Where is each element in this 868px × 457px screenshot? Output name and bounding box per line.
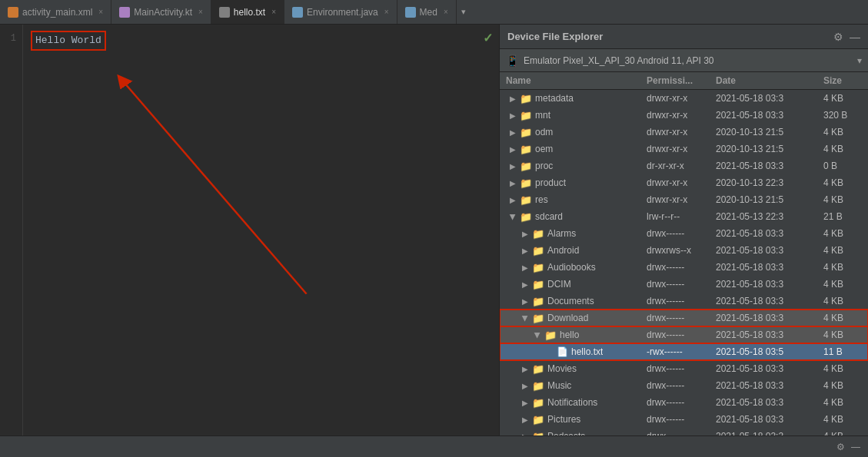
tab-activity-main[interactable]: activity_main.xml × [0, 0, 111, 24]
folder-icon: 📁 [532, 228, 544, 240]
expand-arrow-icon[interactable]: ▶ [521, 416, 529, 424]
expand-arrow-icon[interactable]: ▶ [509, 179, 517, 187]
file-name-text: Music [547, 380, 571, 391]
file-size: 4 KB [823, 262, 862, 273]
file-row-alarms[interactable]: ▶📁Alarmsdrwx------2021-05-18 03:34 KB [500, 225, 868, 242]
expand-arrow-icon[interactable]: ▶ [509, 162, 517, 171]
file-size: 4 KB [823, 313, 862, 323]
minimize-icon[interactable]: — [850, 31, 860, 43]
tab-overflow-button[interactable]: ▾ [457, 7, 471, 17]
file-date: 2021-05-18 03:3 [716, 262, 823, 273]
expand-arrow-icon[interactable]: ▶ [521, 314, 530, 322]
file-row-documents[interactable]: ▶📁Documentsdrwx------2021-05-18 03:34 KB [500, 293, 868, 310]
expand-arrow-icon[interactable]: ▶ [521, 365, 529, 373]
folder-icon: 📁 [520, 161, 532, 172]
tab-close-button[interactable]: × [384, 8, 389, 16]
expand-arrow-icon[interactable]: ▶ [521, 382, 529, 390]
editor-text[interactable]: Hello World [23, 25, 499, 435]
column-size: Size [823, 75, 862, 86]
file-name-cell-alarms: ▶📁Alarms [506, 228, 647, 240]
tab-close-button[interactable]: × [98, 8, 103, 16]
expand-arrow-icon[interactable]: ▶ [509, 213, 517, 220]
file-date: 2020-10-13 21:5 [716, 194, 823, 205]
file-row-hello_txt2[interactable]: ▶📄hello.txt-rwx------2021-05-18 03:511 B [500, 343, 868, 360]
minimize-icon[interactable]: — [851, 442, 860, 452]
file-row-android[interactable]: ▶📁Androiddrwxrws--x2021-05-18 03:34 KB [500, 242, 868, 259]
folder-icon: 📁 [520, 211, 532, 223]
expand-arrow-icon[interactable]: ▶ [509, 145, 517, 154]
tab-label: activity_main.xml [22, 7, 92, 18]
file-row-pictures[interactable]: ▶📁Picturesdrwx------2021-05-18 03:34 KB [500, 411, 868, 428]
file-permissions: drwx------ [647, 397, 716, 408]
file-permissions: drwx------ [647, 279, 716, 290]
file-permissions: dr-xr-xr-x [647, 161, 716, 171]
expand-arrow-icon[interactable]: ▶ [521, 280, 529, 289]
folder-icon: 📁 [544, 330, 557, 341]
editor-area: 1 Hello World ✓ [0, 25, 499, 435]
file-name-text: DCIM [547, 279, 571, 290]
file-row-oem[interactable]: ▶📁oemdrwxr-xr-x2020-10-13 21:54 KB [500, 141, 868, 157]
tab-environment[interactable]: Environment.java × [284, 0, 397, 24]
expand-arrow-icon[interactable]: ▶ [521, 247, 529, 255]
expand-arrow-icon[interactable]: ▶ [509, 111, 517, 120]
settings-icon[interactable]: ⚙ [836, 442, 845, 452]
expand-arrow-icon[interactable]: ▶ [521, 399, 529, 407]
file-permissions: drwxr-xr-x [647, 144, 716, 154]
file-size: 4 KB [823, 144, 862, 154]
file-date: 2021-05-18 03:3 [716, 161, 823, 171]
file-row-product[interactable]: ▶📁productdrwxr-xr-x2020-10-13 22:34 KB [500, 174, 868, 191]
file-date: 2021-05-18 03:5 [716, 346, 823, 357]
expand-arrow-icon[interactable]: ▶ [534, 331, 542, 339]
expand-arrow-icon[interactable]: ▶ [521, 297, 529, 306]
file-name-text: hello.txt [571, 346, 603, 357]
green-checkmark: ✓ [483, 31, 493, 45]
file-row-odm[interactable]: ▶📁odmdrwxr-xr-x2020-10-13 21:54 KB [500, 124, 868, 141]
file-date: 2020-10-13 22:3 [716, 177, 823, 188]
file-row-podcasts[interactable]: ▶📁Podcastsdrwx------2021-05-18 03:34 KB [500, 428, 868, 435]
tab-med[interactable]: Med × [397, 0, 457, 24]
file-permissions: -rwx------ [647, 346, 716, 357]
file-name-text: metadata [535, 93, 574, 104]
file-row-hello_dir[interactable]: ▶📁hellodrwx------2021-05-18 03:34 KB [500, 326, 868, 343]
file-name-text: proc [535, 161, 553, 171]
xml-file-icon [8, 7, 18, 18]
file-date: 2021-05-18 03:3 [716, 279, 823, 290]
expand-arrow-icon[interactable]: ▶ [521, 230, 529, 238]
expand-arrow-icon[interactable]: ▶ [521, 263, 529, 272]
file-row-metadata[interactable]: ▶📁metadatadrwxr-xr-x2021-05-18 03:34 KB [500, 90, 868, 107]
expand-arrow-icon[interactable]: ▶ [509, 196, 517, 204]
file-size: 4 KB [823, 194, 862, 205]
file-name-text: product [535, 177, 566, 188]
expand-arrow-icon[interactable]: ▶ [509, 128, 517, 137]
file-permissions: drwxr-xr-x [647, 127, 716, 137]
file-row-music[interactable]: ▶📁Musicdrwx------2021-05-18 03:34 KB [500, 377, 868, 394]
editor-content: 1 Hello World [0, 25, 499, 435]
tab-main-activity[interactable]: MainActivity.kt × [111, 0, 211, 24]
tab-label: MainActivity.kt [134, 7, 192, 18]
emulator-selector-bar[interactable]: 📱 Emulator Pixel_XL_API_30 Android 11, A… [500, 49, 868, 72]
file-row-movies[interactable]: ▶📁Moviesdrwx------2021-05-18 03:34 KB [500, 360, 868, 377]
file-row-res[interactable]: ▶📁resdrwxr-xr-x2020-10-13 21:54 KB [500, 191, 868, 208]
file-name-cell-product: ▶📁product [506, 177, 647, 189]
file-row-audiobooks[interactable]: ▶📁Audiobooksdrwx------2021-05-18 03:34 K… [500, 259, 868, 276]
device-file-explorer-panel: Device File Explorer ⚙ — 📱 Emulator Pixe… [499, 25, 868, 435]
file-row-proc[interactable]: ▶📁procdr-xr-xr-x2021-05-18 03:30 B [500, 157, 868, 174]
java-file-icon [292, 7, 303, 18]
file-row-dcim[interactable]: ▶📁DCIMdrwx------2021-05-18 03:34 KB [500, 276, 868, 293]
tab-close-button[interactable]: × [198, 8, 203, 16]
file-row-sdcard[interactable]: ▶📁sdcardlrw-r--r--2021-05-13 22:321 B [500, 208, 868, 225]
tab-close-button[interactable]: × [444, 8, 448, 16]
emulator-dropdown-arrow[interactable]: ▾ [857, 55, 862, 66]
tab-label: Environment.java [307, 7, 378, 18]
file-row-mnt[interactable]: ▶📁mntdrwxr-xr-x2021-05-18 03:3320 B [500, 107, 868, 124]
file-permissions: drwxrws--x [647, 245, 716, 256]
expand-arrow-icon[interactable]: ▶ [509, 94, 517, 103]
file-name-text: Android [547, 245, 579, 256]
settings-icon[interactable]: ⚙ [833, 31, 843, 43]
tab-close-button[interactable]: × [271, 8, 276, 16]
file-size: 4 KB [823, 330, 862, 340]
file-row-notifications[interactable]: ▶📁Notificationsdrwx------2021-05-18 03:3… [500, 394, 868, 411]
file-permissions: drwx------ [647, 296, 716, 306]
tab-hello-txt[interactable]: hello.txt × [211, 0, 284, 24]
file-row-download[interactable]: ▶📁Downloaddrwx------2021-05-18 03:34 KB [500, 310, 868, 326]
